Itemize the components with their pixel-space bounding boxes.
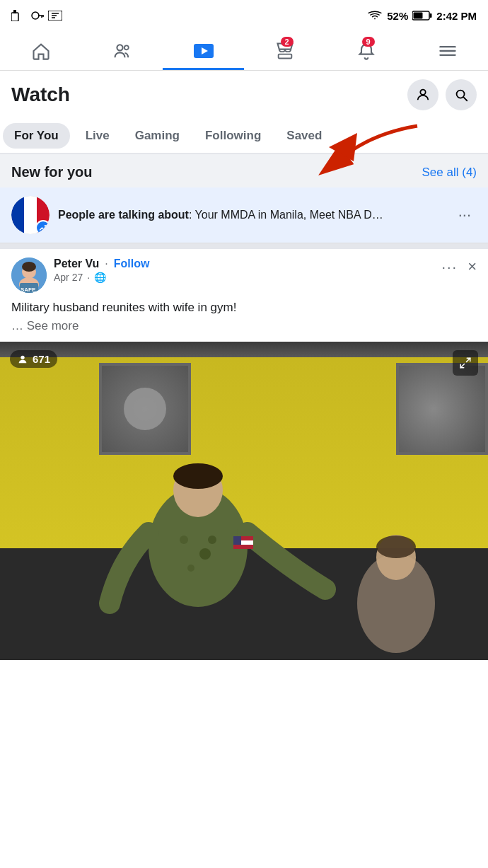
svg-rect-0 — [11, 13, 18, 21]
svg-point-22 — [457, 91, 465, 98]
svg-point-2 — [32, 12, 39, 19]
separator-dot: · — [105, 257, 108, 270]
post-line1: Military husband reunites with wife in g… — [11, 299, 477, 317]
svg-rect-17 — [278, 54, 291, 58]
tab-gaming[interactable]: Gaming — [122, 119, 192, 153]
status-right-info: 52% 2:42 PM — [367, 10, 477, 22]
tab-for-you[interactable]: For You — [3, 123, 70, 149]
post-container: SAFE Peter Vu · Follow Apr 27 · 🌐 ··· × … — [0, 249, 488, 660]
tab-live[interactable]: Live — [73, 119, 122, 153]
see-all-button[interactable]: See all (4) — [422, 166, 477, 180]
svg-point-34 — [173, 463, 223, 489]
news-text: People are talking about: Your MMDA in M… — [58, 207, 444, 223]
svg-point-35 — [180, 536, 188, 544]
post-author-name: Peter Vu — [54, 257, 99, 270]
svg-point-13 — [117, 45, 122, 50]
marketplace-badge: 2 — [281, 37, 294, 47]
svg-point-38 — [208, 536, 216, 544]
fullscreen-button[interactable] — [453, 350, 478, 376]
watch-tabs: For You Live Gaming Following Saved — [0, 119, 488, 154]
battery-icon — [412, 11, 432, 21]
nav-notifications[interactable]: 9 — [325, 31, 407, 70]
svg-rect-12 — [414, 13, 423, 19]
status-bar: 52% 2:42 PM — [0, 0, 488, 31]
svg-line-49 — [460, 364, 464, 368]
post-info: Peter Vu · Follow Apr 27 · 🌐 — [54, 257, 434, 283]
trending-icon — [39, 224, 47, 232]
svg-rect-42 — [233, 545, 253, 549]
menu-icon — [438, 41, 458, 61]
svg-text:SAFE: SAFE — [21, 287, 36, 293]
post-author-row: Peter Vu · Follow — [54, 257, 434, 270]
time-display: 2:42 PM — [436, 10, 477, 22]
home-icon — [31, 41, 51, 61]
post-meta: Apr 27 · 🌐 — [54, 272, 434, 283]
news-prefix: People are talking about — [58, 209, 189, 221]
section-divider — [0, 243, 488, 249]
nav-home[interactable] — [0, 31, 81, 70]
painting-2 — [396, 363, 488, 455]
status-left-icons — [11, 10, 62, 21]
news-avatar — [11, 196, 50, 234]
news-more-button[interactable]: ··· — [453, 206, 477, 224]
video-overlay-bar: 671 — [0, 342, 488, 376]
news-content: : Your MMDA in Manila, Meet NBA D… — [189, 209, 383, 221]
new-for-you-section: New for you See all (4) — [0, 154, 488, 187]
svg-point-46 — [376, 536, 416, 558]
soldier-svg — [0, 462, 488, 660]
svg-point-21 — [420, 90, 425, 95]
svg-rect-43 — [233, 536, 241, 545]
svg-line-23 — [464, 98, 467, 101]
person-figure — [0, 462, 488, 660]
notifications-badge: 9 — [362, 37, 375, 47]
post-content: Military husband reunites with wife in g… — [0, 299, 488, 342]
svg-line-48 — [467, 358, 470, 361]
watch-title: Watch — [11, 83, 70, 106]
post-date: Apr 27 — [54, 272, 83, 283]
key-icon — [31, 11, 44, 20]
svg-point-36 — [199, 548, 211, 560]
search-icon — [453, 87, 469, 103]
fullscreen-icon — [459, 357, 472, 369]
follow-button[interactable]: Follow — [114, 257, 150, 270]
post-more-button[interactable]: ··· — [441, 259, 458, 275]
battery-percent: 52% — [387, 10, 408, 22]
dot-separator-2: · — [87, 272, 90, 283]
globe-icon: 🌐 — [94, 272, 106, 283]
section-title: New for you — [11, 164, 92, 180]
post-avatar: SAFE — [11, 257, 47, 293]
person-icon — [17, 354, 28, 365]
watch-play-icon — [192, 40, 215, 62]
main-nav: 2 9 — [0, 31, 488, 71]
profile-icon — [415, 87, 431, 103]
tab-saved[interactable]: Saved — [274, 119, 335, 153]
viewer-count: 671 — [10, 350, 57, 368]
video-container[interactable]: 671 — [0, 342, 488, 660]
friends-icon — [112, 41, 132, 61]
watch-header: Watch — [0, 71, 488, 119]
profile-button[interactable] — [407, 79, 438, 110]
svg-point-14 — [124, 45, 128, 50]
post-line2: … See more — [11, 317, 477, 335]
nav-watch[interactable] — [163, 31, 244, 70]
svg-rect-11 — [430, 13, 432, 18]
video-scene — [0, 342, 488, 660]
post-header: SAFE Peter Vu · Follow Apr 27 · 🌐 ··· × — [0, 249, 488, 299]
svg-point-47 — [21, 355, 24, 359]
watch-header-actions — [407, 79, 477, 110]
nav-friends[interactable] — [81, 31, 163, 70]
tab-following[interactable]: Following — [192, 119, 274, 153]
news-item[interactable]: People are talking about: Your MMDA in M… — [0, 187, 488, 243]
nav-marketplace[interactable]: 2 — [244, 31, 325, 70]
nav-menu[interactable] — [407, 31, 488, 70]
painting-1 — [99, 363, 191, 455]
avatar-image: SAFE — [11, 257, 47, 293]
wifi-icon — [367, 10, 383, 21]
search-button[interactable] — [446, 79, 477, 110]
sim-icon — [11, 10, 27, 21]
post-header-actions: ··· × — [441, 257, 477, 276]
id-icon — [48, 11, 62, 21]
svg-point-37 — [187, 565, 194, 572]
post-close-button[interactable]: × — [467, 257, 477, 276]
viewer-number: 671 — [33, 353, 50, 365]
